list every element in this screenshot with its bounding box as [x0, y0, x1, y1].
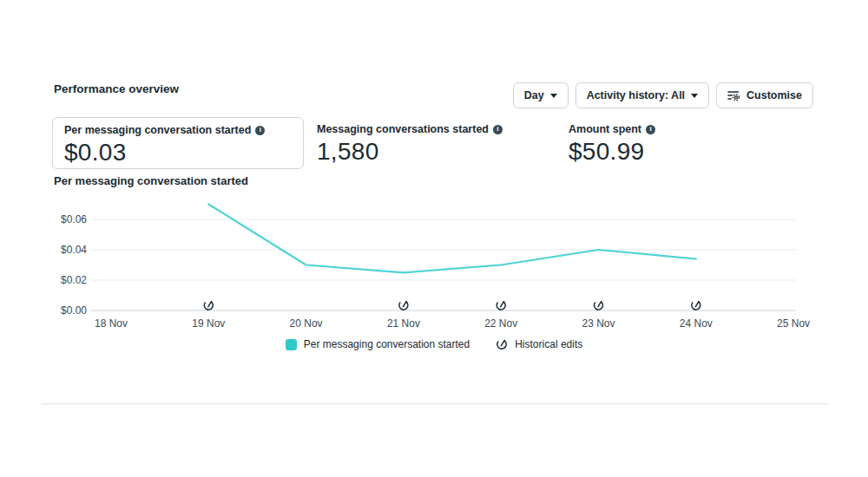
svg-text:$0.02: $0.02	[61, 274, 87, 286]
day-dropdown-label: Day	[524, 89, 544, 101]
chevron-down-icon	[691, 94, 698, 98]
metric-card-per-messaging-conversation[interactable]: Per messaging conversation started i $0.…	[52, 117, 304, 169]
historical-edit-marker	[495, 299, 507, 311]
svg-text:19 Nov: 19 Nov	[192, 317, 225, 330]
customise-icon	[727, 89, 740, 101]
series-color-swatch	[286, 339, 297, 350]
svg-text:$0.00: $0.00	[61, 304, 87, 317]
metric-label: Amount spent	[569, 123, 641, 135]
svg-text:24 Nov: 24 Nov	[680, 317, 713, 330]
metric-card-amount-spent[interactable]: Amount spent i $50.99	[569, 123, 655, 166]
info-icon[interactable]: i	[646, 125, 655, 134]
chevron-down-icon	[550, 94, 557, 98]
svg-text:20 Nov: 20 Nov	[290, 317, 323, 330]
metric-card-messaging-conversations-started[interactable]: Messaging conversations started i 1,580	[317, 123, 503, 166]
metric-label: Messaging conversations started	[317, 123, 489, 135]
info-icon[interactable]: i	[493, 125, 503, 134]
performance-overview-panel: Performance overview Day Activity histor…	[0, 0, 868, 477]
section-divider	[41, 403, 829, 404]
historical-edit-marker	[593, 299, 605, 311]
page-title: Performance overview	[54, 82, 179, 95]
legend-series-label: Per messaging conversation started	[304, 338, 470, 350]
svg-text:23 Nov: 23 Nov	[582, 317, 615, 330]
activity-history-dropdown[interactable]: Activity history: All	[575, 82, 709, 108]
historical-edit-marker	[398, 299, 410, 311]
historical-edits-icon	[496, 338, 508, 350]
customise-label: Customise	[746, 89, 802, 101]
info-icon[interactable]: i	[255, 126, 265, 135]
metric-label: Per messaging conversation started	[64, 124, 251, 136]
metric-value: $50.99	[569, 138, 655, 166]
svg-text:18 Nov: 18 Nov	[95, 317, 128, 330]
chart-title: Per messaging conversation started	[54, 174, 248, 187]
toolbar: Day Activity history: All Customise	[513, 82, 813, 108]
legend-edits-label: Historical edits	[515, 338, 582, 350]
historical-edit-marker	[202, 299, 214, 311]
metric-value: $0.03	[64, 139, 292, 167]
svg-text:22 Nov: 22 Nov	[484, 317, 517, 330]
svg-text:$0.06: $0.06	[61, 213, 87, 225]
line-chart: $0.00$0.02$0.04$0.0618 Nov19 Nov20 Nov21…	[39, 198, 820, 335]
svg-text:21 Nov: 21 Nov	[387, 317, 420, 330]
activity-history-label: Activity history: All	[587, 89, 685, 101]
svg-text:25 Nov: 25 Nov	[777, 317, 810, 330]
legend-item-historical-edits: Historical edits	[496, 338, 582, 350]
metric-value: 1,580	[317, 138, 503, 166]
day-dropdown[interactable]: Day	[513, 82, 569, 108]
customise-button[interactable]: Customise	[716, 82, 813, 108]
svg-text:$0.04: $0.04	[61, 244, 87, 256]
historical-edit-marker	[690, 299, 702, 311]
chart-legend: Per messaging conversation started Histo…	[0, 338, 868, 350]
legend-item-series: Per messaging conversation started	[286, 338, 470, 350]
